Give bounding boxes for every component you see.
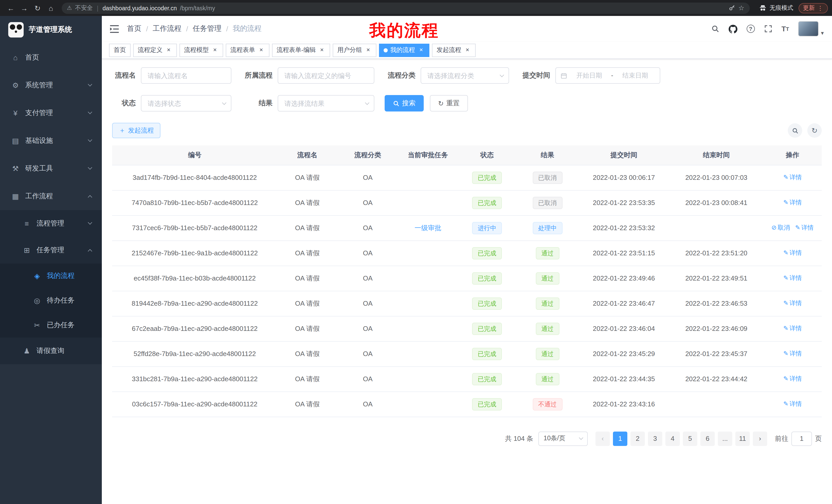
- cell-submit-time: 2022-01-22 23:44:35: [578, 366, 670, 391]
- sidebar-item-process-mgmt[interactable]: ≡流程管理: [0, 210, 102, 237]
- close-icon[interactable]: ×: [418, 47, 425, 54]
- password-key-icon[interactable]: [729, 5, 735, 11]
- tab-home[interactable]: 首页: [109, 44, 131, 57]
- sidebar-item-leave-query[interactable]: ♟请假查询: [0, 338, 102, 364]
- font-size-icon[interactable]: TT: [782, 25, 789, 33]
- category-select[interactable]: [421, 67, 509, 84]
- breadcrumb-item[interactable]: 首页: [127, 24, 141, 33]
- sidebar-item-dev-tools[interactable]: ⚒研发工具: [0, 155, 102, 183]
- prev-page-button[interactable]: ‹: [595, 431, 610, 446]
- tab-process-form-edit[interactable]: 流程表单-编辑×: [272, 44, 330, 57]
- result-select[interactable]: [278, 95, 374, 111]
- sidebar-item-done-tasks[interactable]: ✂已办任务: [0, 313, 102, 338]
- github-icon[interactable]: [729, 24, 737, 33]
- process-name-input[interactable]: [141, 67, 231, 84]
- update-button[interactable]: 更新 ⋮: [798, 3, 828, 13]
- next-page-button[interactable]: ›: [753, 431, 767, 446]
- tab-start-process[interactable]: 发起流程×: [432, 44, 476, 57]
- category-select-input[interactable]: [421, 67, 509, 84]
- browser-menu-icon[interactable]: ⋮: [817, 4, 823, 11]
- goto-page-input[interactable]: [791, 431, 812, 446]
- cell-result: 通过: [517, 291, 578, 316]
- page-size-value: 10条/页: [544, 434, 565, 443]
- gear-icon: ⚙: [10, 81, 21, 89]
- toggle-search-button[interactable]: [788, 123, 802, 138]
- page-size-select[interactable]: 10条/页: [538, 431, 588, 446]
- close-icon[interactable]: ×: [165, 47, 172, 54]
- date-range-picker[interactable]: 开始日期 - 结束日期: [555, 67, 660, 84]
- close-icon[interactable]: ×: [258, 47, 265, 54]
- cell-process-name: OA 请假: [278, 366, 337, 391]
- avatar[interactable]: [798, 21, 819, 36]
- sidebar-item-system[interactable]: ⚙系统管理: [0, 72, 102, 99]
- close-icon[interactable]: ×: [464, 47, 471, 54]
- search-icon[interactable]: [711, 25, 719, 33]
- hamburger-icon[interactable]: [110, 25, 119, 33]
- sidebar-item-home[interactable]: ⌂首页: [0, 44, 102, 72]
- reload-button[interactable]: ↻: [31, 2, 44, 14]
- tab-user-group[interactable]: 用户分组×: [333, 44, 376, 57]
- sidebar-item-workflow[interactable]: ▦工作流程: [0, 183, 102, 210]
- detail-link[interactable]: ✎详情: [783, 174, 802, 181]
- detail-link[interactable]: ✎详情: [783, 400, 802, 408]
- cancel-link[interactable]: ⊘取消: [771, 224, 790, 231]
- close-icon[interactable]: ×: [318, 47, 326, 54]
- result-select-input[interactable]: [278, 95, 374, 111]
- page-button[interactable]: 3: [648, 431, 662, 446]
- cell-end-time: 2022-01-22 23:51:20: [669, 241, 763, 265]
- breadcrumb-item[interactable]: 工作流程: [153, 24, 182, 33]
- address-separator: |: [97, 5, 99, 11]
- sidebar-item-todo-tasks[interactable]: ◎待办任务: [0, 288, 102, 313]
- cell-submit-time: 2022-01-22 23:49:46: [578, 265, 670, 291]
- close-icon[interactable]: ×: [211, 47, 218, 54]
- create-process-button[interactable]: ＋ 发起流程: [112, 123, 160, 138]
- address-bar[interactable]: ⚠ 不安全 | dashboard.yudao.iocoder.cn/bpm/t…: [62, 2, 750, 13]
- process-definition-input[interactable]: [278, 67, 374, 84]
- help-icon[interactable]: ?: [747, 25, 755, 33]
- sidebar-item-infrastructure[interactable]: ▤基础设施: [0, 127, 102, 155]
- fullscreen-icon[interactable]: [764, 25, 772, 33]
- page-button[interactable]: 2: [630, 431, 645, 446]
- page-button[interactable]: 1: [613, 431, 627, 446]
- user-menu[interactable]: ▾: [798, 21, 824, 36]
- cell-current-task: [398, 341, 458, 366]
- detail-link[interactable]: ✎详情: [783, 350, 802, 357]
- page-button[interactable]: 11: [735, 431, 750, 446]
- status-select[interactable]: [141, 95, 231, 111]
- detail-link[interactable]: ✎详情: [783, 199, 802, 206]
- create-process-label: 发起流程: [128, 126, 154, 135]
- detail-link[interactable]: ✎详情: [783, 325, 802, 332]
- bookmark-star-icon[interactable]: ☆: [738, 4, 744, 12]
- app-logo: 芋道管理系统: [0, 16, 102, 44]
- page-button[interactable]: 6: [700, 431, 715, 446]
- detail-link[interactable]: ✎详情: [795, 224, 813, 231]
- more-pages-button[interactable]: ...: [718, 431, 732, 446]
- status-select-input[interactable]: [141, 95, 231, 111]
- back-button[interactable]: ←: [4, 2, 18, 14]
- search-button[interactable]: 搜索: [385, 95, 424, 111]
- tab-process-model[interactable]: 流程模型×: [179, 44, 223, 57]
- tab-my-process[interactable]: 我的流程×: [379, 44, 430, 57]
- cell-result: 通过: [517, 341, 578, 366]
- sidebar-item-task-mgmt[interactable]: ⊞任务管理: [0, 237, 102, 263]
- detail-link[interactable]: ✎详情: [783, 300, 802, 307]
- refresh-table-button[interactable]: ↻: [807, 123, 822, 138]
- tab-process-definition[interactable]: 流程定义×: [133, 44, 177, 57]
- close-icon[interactable]: ×: [365, 47, 372, 54]
- task-link[interactable]: 一级审批: [414, 224, 441, 231]
- breadcrumb-item[interactable]: 任务管理: [193, 24, 222, 33]
- sidebar-item-my-process[interactable]: ◈我的流程: [0, 263, 102, 288]
- cell-category: OA: [337, 316, 398, 341]
- sidebar-item-payment[interactable]: ¥支付管理: [0, 99, 102, 127]
- detail-link[interactable]: ✎详情: [783, 274, 802, 282]
- security-label[interactable]: 不安全: [75, 4, 93, 12]
- detail-link[interactable]: ✎详情: [783, 249, 802, 256]
- cell-submit-time: 2022-01-22 23:53:32: [578, 215, 670, 241]
- page-button[interactable]: 5: [683, 431, 697, 446]
- reset-button[interactable]: ↻ 重置: [430, 95, 468, 111]
- tab-process-form[interactable]: 流程表单×: [226, 44, 269, 57]
- forward-button[interactable]: →: [18, 2, 31, 14]
- page-button[interactable]: 4: [666, 431, 680, 446]
- home-button[interactable]: ⌂: [44, 2, 58, 14]
- detail-link[interactable]: ✎详情: [783, 375, 802, 382]
